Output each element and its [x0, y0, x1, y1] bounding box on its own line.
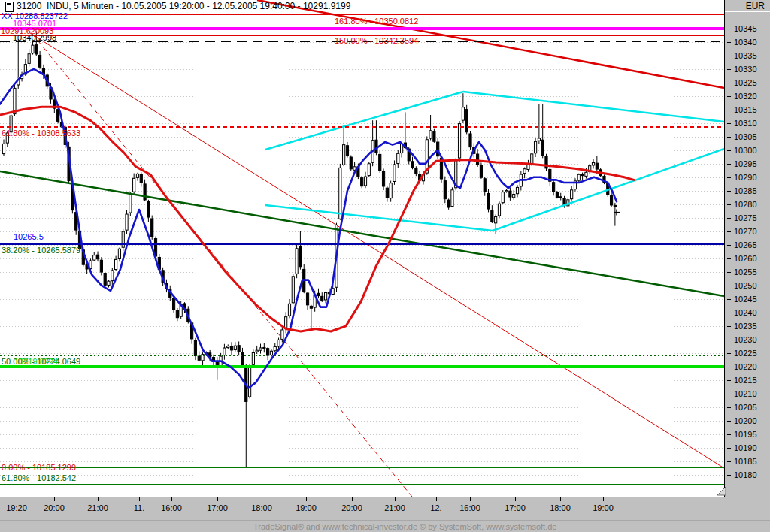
price-tick: [727, 69, 731, 70]
price-tick: [727, 42, 731, 43]
price-tick: [727, 96, 731, 97]
time-tick-label: 20:00: [44, 503, 65, 512]
price-tick: [727, 380, 731, 381]
price-tick-label: 10210: [734, 389, 757, 398]
price-tick: [727, 231, 731, 232]
price-tick: [727, 313, 731, 313]
gridlines: [0, 29, 724, 475]
price-tick-label: 10320: [734, 92, 757, 101]
time-tick-label: 16:00: [161, 503, 182, 512]
resize-handle-icon[interactable]: [717, 486, 727, 497]
time-tick: [515, 497, 516, 501]
price-tick-label: 10235: [734, 322, 757, 331]
price-tick-label: 10295: [734, 159, 757, 168]
price-tick-label: 10325: [734, 78, 757, 87]
time-axis[interactable]: 19:2020:0021:0011.16:0017:0018:0019:0020…: [0, 497, 770, 520]
price-tick: [727, 29, 731, 29]
price-tick: [727, 394, 731, 394]
time-tick-label: 17:00: [207, 503, 228, 512]
price-tick-label: 10190: [734, 443, 757, 452]
price-tick: [727, 177, 731, 178]
time-tick: [441, 497, 441, 501]
price-tick: [727, 299, 731, 300]
price-tick-label: 10305: [734, 132, 757, 141]
price-tick-label: 10345: [734, 24, 757, 33]
price-tick-label: 10285: [734, 186, 757, 195]
price-tick: [727, 340, 731, 340]
time-tick: [17, 497, 17, 501]
price-tick-label: 10330: [734, 65, 757, 74]
time-tick: [144, 497, 144, 501]
price-tick: [727, 150, 731, 151]
time-tick: [54, 497, 55, 501]
price-tick: [727, 421, 731, 422]
time-tick: [217, 497, 218, 501]
status-bar: TradeSignal® and www.technical-investor.…: [0, 520, 770, 532]
price-tick-label: 10230: [734, 335, 757, 344]
fast-ma: [0, 69, 617, 388]
price-tick-label: 10335: [734, 51, 757, 60]
copyright-text: TradeSignal® and www.technical-investor.…: [253, 522, 556, 531]
time-tick: [171, 497, 172, 501]
time-tick: [262, 497, 262, 501]
price-tick-label: 10265: [734, 240, 757, 249]
tradesignal-chart-window: 31200 INDU, 5 Minuten - 10.05.2005 19:20…: [0, 0, 770, 532]
price-tick: [727, 137, 731, 138]
horizontal-lines: [0, 15, 724, 485]
price-tick: [727, 461, 731, 462]
time-tick: [603, 497, 604, 501]
price-tick-label: 10270: [734, 227, 757, 236]
price-tick-label: 10255: [734, 268, 757, 277]
price-tick-label: 10275: [734, 213, 757, 222]
price-tick-label: 10280: [734, 200, 757, 209]
price-tick-label: 10240: [734, 308, 757, 317]
price-tick: [727, 272, 731, 273]
time-tick: [470, 497, 471, 501]
price-tick: [727, 407, 731, 408]
price-tick-label: 10195: [734, 430, 757, 439]
time-tick: [560, 497, 561, 501]
price-chart-canvas[interactable]: [0, 0, 724, 497]
time-tick-label: 17:00: [505, 503, 526, 512]
price-tick-label: 10245: [734, 295, 757, 304]
price-tick: [727, 218, 731, 219]
price-tick-label: 10225: [734, 349, 757, 358]
price-axis[interactable]: EUR 103451034010335103301032510320103151…: [725, 0, 770, 497]
time-tick-label: 12.: [430, 503, 441, 512]
price-tick-label: 10260: [734, 254, 757, 263]
price-tick: [727, 83, 731, 83]
time-tick: [436, 497, 437, 501]
chart-title: 31200 INDU, 5 Minuten - 10.05.2005 19:20…: [17, 1, 350, 11]
price-axis-separator: [729, 0, 729, 497]
time-tick: [306, 497, 307, 501]
time-tick: [352, 497, 353, 501]
time-tick-label: 20:00: [341, 503, 362, 512]
time-tick-label: 19:00: [593, 503, 614, 512]
price-tick: [727, 123, 731, 124]
price-tick-label: 10185: [734, 457, 757, 466]
time-tick-label: 18:00: [251, 503, 272, 512]
chart-plot-area[interactable]: 31200 INDU, 5 Minuten - 10.05.2005 19:20…: [0, 0, 725, 497]
price-tick-label: 10220: [734, 362, 757, 371]
price-tick: [727, 110, 731, 110]
price-tick: [727, 434, 731, 435]
price-tick-label: 10200: [734, 416, 757, 425]
chart-title-bar: 31200 INDU, 5 Minuten - 10.05.2005 19:20…: [0, 0, 724, 12]
price-tick: [727, 286, 731, 286]
time-tick-label: 16:00: [459, 503, 480, 512]
time-tick: [139, 497, 140, 501]
chart-window-icon[interactable]: [5, 2, 14, 12]
price-tick-label: 10340: [734, 38, 757, 47]
price-tick: [727, 475, 731, 476]
price-tick-label: 10315: [734, 105, 757, 114]
time-tick: [98, 497, 99, 501]
price-tick: [727, 164, 731, 165]
time-tick-label: 19:20: [6, 503, 27, 512]
price-tick: [727, 326, 731, 327]
price-tick: [727, 448, 731, 449]
price-tick: [727, 367, 731, 367]
time-tick-label: 21:00: [87, 503, 108, 512]
time-tick-label: 21:00: [384, 503, 405, 512]
price-tick: [727, 353, 731, 354]
price-tick-label: 10250: [734, 281, 757, 290]
